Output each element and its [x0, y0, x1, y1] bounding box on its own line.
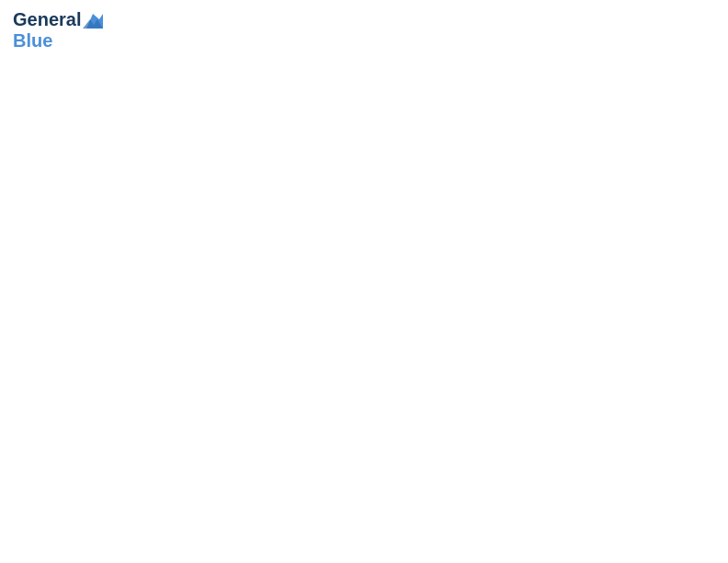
logo-text: General	[13, 9, 103, 30]
logo-icon	[83, 12, 103, 30]
logo: General Blue	[13, 9, 103, 51]
logo-blue: Blue	[13, 30, 103, 51]
page-header: General Blue	[9, 9, 719, 51]
